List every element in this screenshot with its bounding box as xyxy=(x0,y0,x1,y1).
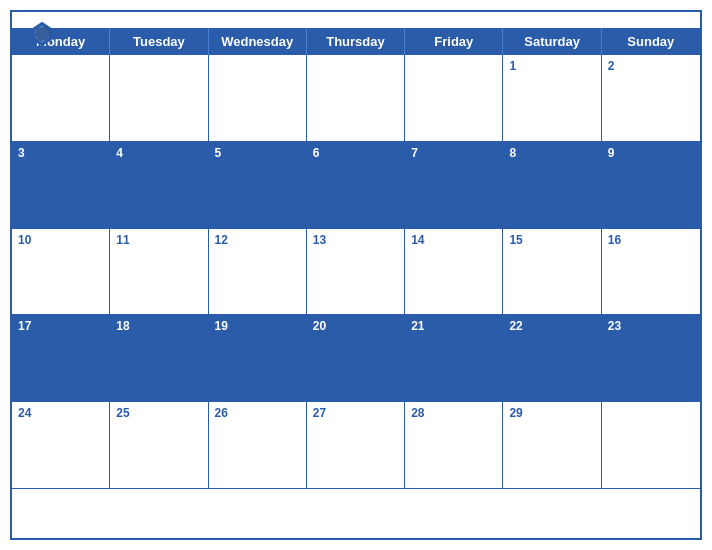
calendar-cell: 26 xyxy=(209,402,307,489)
date-number: 19 xyxy=(215,319,300,333)
date-number: 15 xyxy=(509,233,594,247)
calendar-cell: 20 xyxy=(307,315,405,402)
date-number: 29 xyxy=(509,406,594,420)
date-number: 25 xyxy=(116,406,201,420)
date-number: 27 xyxy=(313,406,398,420)
date-number: 6 xyxy=(313,146,398,160)
day-sunday: Sunday xyxy=(602,28,700,55)
date-number: 2 xyxy=(608,59,694,73)
calendar: Monday Tuesday Wednesday Thursday Friday… xyxy=(10,10,702,540)
calendar-cell: 16 xyxy=(602,229,700,316)
calendar-cell: 12 xyxy=(209,229,307,316)
calendar-cell xyxy=(209,55,307,142)
day-headers: Monday Tuesday Wednesday Thursday Friday… xyxy=(12,28,700,55)
date-number: 21 xyxy=(411,319,496,333)
calendar-cell: 5 xyxy=(209,142,307,229)
calendar-cell xyxy=(12,55,110,142)
date-number: 5 xyxy=(215,146,300,160)
date-number: 11 xyxy=(116,233,201,247)
calendar-cell: 4 xyxy=(110,142,208,229)
date-number: 26 xyxy=(215,406,300,420)
calendar-cell: 11 xyxy=(110,229,208,316)
date-number: 16 xyxy=(608,233,694,247)
calendar-cell: 25 xyxy=(110,402,208,489)
calendar-cell: 14 xyxy=(405,229,503,316)
date-number: 10 xyxy=(18,233,103,247)
calendar-cell xyxy=(405,55,503,142)
date-number: 24 xyxy=(18,406,103,420)
calendar-cell: 28 xyxy=(405,402,503,489)
date-number: 1 xyxy=(509,59,594,73)
day-tuesday: Tuesday xyxy=(110,28,208,55)
calendar-cell: 18 xyxy=(110,315,208,402)
day-wednesday: Wednesday xyxy=(209,28,307,55)
date-number: 28 xyxy=(411,406,496,420)
logo xyxy=(28,20,60,48)
calendar-cell: 3 xyxy=(12,142,110,229)
date-number: 17 xyxy=(18,319,103,333)
calendar-cell: 6 xyxy=(307,142,405,229)
date-number: 4 xyxy=(116,146,201,160)
date-number: 18 xyxy=(116,319,201,333)
calendar-cell: 10 xyxy=(12,229,110,316)
calendar-cell: 9 xyxy=(602,142,700,229)
logo-icon xyxy=(28,20,56,48)
calendar-cell: 15 xyxy=(503,229,601,316)
calendar-cell: 1 xyxy=(503,55,601,142)
calendar-grid: 1234567891011121314151617181920212223242… xyxy=(12,55,700,489)
calendar-cell: 13 xyxy=(307,229,405,316)
calendar-cell xyxy=(307,55,405,142)
date-number: 9 xyxy=(608,146,694,160)
calendar-cell xyxy=(602,402,700,489)
calendar-cell: 21 xyxy=(405,315,503,402)
day-monday: Monday xyxy=(12,28,110,55)
calendar-cell: 24 xyxy=(12,402,110,489)
date-number: 13 xyxy=(313,233,398,247)
calendar-header xyxy=(12,12,700,28)
calendar-cell: 23 xyxy=(602,315,700,402)
date-number: 12 xyxy=(215,233,300,247)
date-number: 20 xyxy=(313,319,398,333)
calendar-cell: 27 xyxy=(307,402,405,489)
date-number: 14 xyxy=(411,233,496,247)
calendar-cell: 19 xyxy=(209,315,307,402)
date-number: 23 xyxy=(608,319,694,333)
date-number: 8 xyxy=(509,146,594,160)
day-saturday: Saturday xyxy=(503,28,601,55)
calendar-cell: 29 xyxy=(503,402,601,489)
calendar-cell: 22 xyxy=(503,315,601,402)
date-number: 7 xyxy=(411,146,496,160)
date-number: 22 xyxy=(509,319,594,333)
calendar-cell: 17 xyxy=(12,315,110,402)
calendar-cell: 8 xyxy=(503,142,601,229)
date-number: 3 xyxy=(18,146,103,160)
calendar-cell xyxy=(110,55,208,142)
calendar-cell: 7 xyxy=(405,142,503,229)
day-thursday: Thursday xyxy=(307,28,405,55)
day-friday: Friday xyxy=(405,28,503,55)
calendar-cell: 2 xyxy=(602,55,700,142)
